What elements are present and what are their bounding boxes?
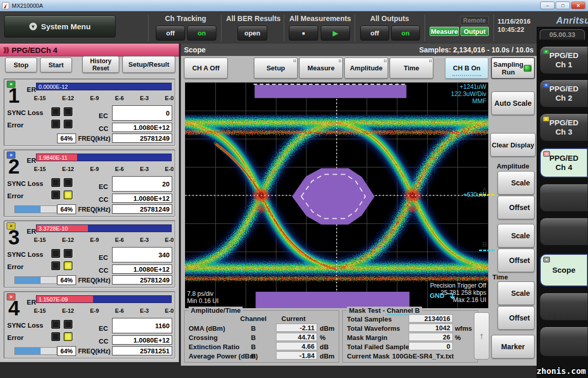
drag-dots-icon [429,60,430,61]
channel-a-marker-label: A [482,186,487,194]
history-reset-button[interactable]: History Reset [82,56,119,73]
eye-diagram [185,83,488,308]
scope-samples: Samples: 2,134,016 - 10.0s / 10.0s [419,46,534,54]
auto-scale-button[interactable]: Auto Scale [491,91,535,115]
start-button[interactable]: Start [40,58,72,72]
scope-setup-button[interactable]: Setup [254,58,298,79]
er-value: 1.9840E-11 [39,155,67,161]
tab-empty[interactable] [540,218,588,245]
er-bar: 1.1507E-09 [36,295,172,303]
time-scale-button[interactable]: Scale [498,281,535,305]
tab-empty[interactable] [540,293,588,320]
tab-empty[interactable] [540,184,588,212]
channel-1-icon: » [543,49,549,54]
date-time: 11/16/2016 10:45:22 [498,17,538,34]
date: 11/16/2016 [498,17,538,26]
close-button[interactable]: ✕ [571,2,585,9]
amplitude-b-offset-button[interactable]: Offset [498,249,535,272]
error-label: Error [7,334,24,342]
measurement-progress-bar [14,276,57,284]
stop-button[interactable]: Stop [5,58,37,72]
er-scale: E-15E-12E-9E-6E-3E-0 [34,308,174,314]
error-label: Error [7,192,24,200]
amplitude-section-label: Amplitude [491,162,535,170]
sync-loss-indicator [51,320,60,329]
maximize-button[interactable]: □ [556,2,570,9]
cc-value: 1.0080E+12 [112,335,172,345]
all-outputs-on-button[interactable]: on [391,26,420,41]
channel-b-marker-dash [479,250,494,251]
minimize-button[interactable]: – [540,2,555,9]
time-min: Min 0.16 UI [187,297,218,305]
output-status-button[interactable]: Output [461,27,489,36]
tab-empty[interactable] [540,327,588,356]
sampling-led-icon [524,65,531,71]
amplitude-time-legend: Amplitude/Time [189,307,243,314]
remote-indicator: Remote [460,16,489,25]
cc-value: 1.0080E+12 [112,194,172,203]
tab-ppg-ed-ch1[interactable]: » PPG/ED Ch 1 [540,46,588,74]
tab-ppg-ed-ch4[interactable]: » PPG/ED Ch 4 [540,148,588,178]
scope-amplitude-button[interactable]: Amplitude [344,58,388,79]
vertical-annotations: +1241uW 122.3uW/Div MMF [416,83,486,105]
er-bar: 0.0000E-12 [36,83,172,90]
freq-label: FREQ(kHz) [78,348,111,355]
ec-value: 340 [112,247,172,262]
error-indicator [64,261,72,270]
current-column-header: Current [275,315,312,323]
er-label: ER [27,298,36,306]
error-label: Error [7,121,24,129]
freq-value: 25781249 [112,134,172,143]
scroll-up-button[interactable]: ↑ [474,312,489,360]
tab-scope[interactable]: » Scope [540,254,588,287]
all-measurements-stop-button[interactable]: ■ [289,26,318,41]
sync-loss-label: SYNC Loss [7,322,43,329]
divider [221,14,222,41]
ch-a-toggle-button[interactable]: CH A Off [184,58,228,79]
sync-loss-indicator [64,249,72,258]
sync-loss-indicator [51,107,60,116]
app-window: MX210000A – □ ✕ ▼ System Menu Ch Trackin… [0,0,588,378]
clear-display-button[interactable]: Clear Display [490,133,536,157]
ch-b-toggle-button[interactable]: CH B On [445,58,488,79]
amplitude-a-offset-button[interactable]: Offset [498,196,535,219]
current-mask-value: 100GbE-SR4_Tx.txt [392,352,454,360]
amplitude-a-scale-button[interactable]: Scale [498,171,535,195]
ch-tracking-on-button[interactable]: on [187,26,216,41]
error-indicator [51,332,60,341]
scope-time-button[interactable]: Time [390,58,433,79]
sampling-run-button[interactable]: Sampling Run [491,58,535,79]
freq-label: FREQ(kHz) [78,206,111,213]
divider [284,14,284,41]
error-indicator [51,120,60,128]
setup-result-button[interactable]: Setup/Result [122,56,175,73]
time-scale: 7.8 ps/div [187,290,218,297]
ec-label: EC [99,183,108,191]
er-scale: E-15E-12E-9E-6E-3E-0 [34,237,174,243]
all-measurements-start-button[interactable]: ▶ [321,26,350,41]
all-ber-open-button[interactable]: open [237,26,267,41]
measure-status-button[interactable]: Measure [430,27,459,36]
all-measurements-label: All Measurements [286,14,355,23]
ch-tracking-off-button[interactable]: off [156,26,185,41]
title-bar[interactable]: MX210000A – □ ✕ [0,0,588,11]
ppg-panel-title: PPG/EDCh 4 [11,46,57,54]
tab-ppg-ed-ch3[interactable]: » PPG/ED Ch 3 [540,114,588,141]
scope-header: Scope Samples: 2,134,016 - 10.0s / 10.0s [181,44,537,56]
channel-4-panel: » 4 ER 1.1507E-09 E-15E-12E-9E-6E-3E-0 S… [4,291,175,358]
time-offset-button[interactable]: Offset [498,306,535,330]
channel-3-panel: » 3 ER 3.3728E-10 E-15E-12E-9E-6E-3E-0 S… [4,220,175,288]
current-mask-label: Current Mask [347,352,390,360]
measurement-progress-bar [14,347,57,355]
system-menu-button[interactable]: ▼ System Menu [4,15,116,37]
marker-button[interactable]: Marker [491,335,535,358]
scope-measure-button[interactable]: Measure [299,58,343,79]
progress-percent: 64% [57,275,76,285]
fiber-type: MMF [416,98,486,105]
tab-ppg-ed-ch2[interactable]: » PPG/ED Ch 2 [540,80,588,107]
ec-label: EC [99,325,108,332]
amplitude-b-scale-button[interactable]: Scale [498,224,535,248]
all-outputs-off-button[interactable]: off [360,26,389,41]
sync-loss-indicator [64,107,72,116]
scope-title: Scope [184,46,206,54]
